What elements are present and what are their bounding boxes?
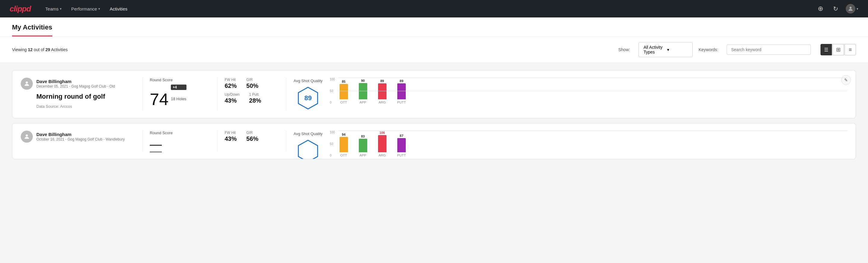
nav-performance-label: Performance [71, 6, 97, 11]
hexagon-2 [296, 139, 320, 159]
user-avatar-button[interactable]: ▾ [846, 4, 858, 13]
count-12: 12 [28, 47, 33, 52]
add-icon: ⊕ [818, 5, 823, 12]
logo: clippd [10, 4, 31, 13]
y-label-0: 0 [330, 101, 335, 104]
bar-value-arg: 89 [380, 79, 384, 83]
navbar: clippd Teams ▾ Performance ▾ Activities … [0, 0, 868, 18]
card-divider-3 [286, 78, 286, 111]
bar-value-arg-2: 106 [379, 131, 385, 135]
score-value: 74 [150, 91, 168, 108]
round-score-label: Round Score [150, 78, 210, 82]
round-score-label-2: Round Score [150, 130, 210, 135]
user-date-2: October 16, 2021 - Gog Magog Golf Club -… [36, 137, 125, 141]
shot-quality-left: Avg Shot Quality 89 [293, 79, 323, 110]
bar-value-putt-2: 87 [400, 134, 403, 138]
nav-activities[interactable]: Activities [110, 4, 127, 14]
user-chevron-icon: ▾ [857, 7, 858, 11]
gir-value-2: 56% [246, 136, 258, 142]
hexagon: 89 [296, 86, 320, 110]
refresh-icon: ↻ [833, 5, 838, 12]
bar-chart-container: 100 50 0 85 OTT [330, 78, 847, 111]
bar-label-putt: PUTT [397, 100, 406, 104]
oneputt-stat: 1 Putt 28% [249, 92, 261, 104]
page-title: My Activities [12, 18, 52, 36]
keyword-search-input[interactable] [726, 45, 811, 55]
activity-type-value: All Activity Types [644, 45, 664, 55]
user-name: Dave Billingham [36, 79, 115, 84]
avatar [846, 4, 856, 13]
user-avatar-2 [21, 130, 33, 143]
svg-point-3 [26, 135, 28, 137]
svg-point-0 [850, 7, 852, 9]
fw-hit-stat-2: FW Hit 43% [225, 130, 237, 142]
bar-arg-2 [378, 135, 386, 152]
bar-app [359, 83, 367, 99]
user-info-2: Dave Billingham October 16, 2021 - Gog M… [36, 132, 125, 141]
add-button[interactable]: ⊕ [816, 4, 825, 13]
bar-chart-2: 100 50 0 94 OTT 83 [330, 130, 847, 159]
nav-activities-label: Activities [110, 6, 127, 11]
refresh-button[interactable]: ↻ [831, 4, 840, 13]
fw-hit-value-2: 43% [225, 136, 237, 142]
compact-view-button[interactable]: ≡ [844, 44, 856, 55]
nav-performance[interactable]: Performance ▾ [71, 4, 100, 14]
round-score-section-2: Round Score — [150, 130, 210, 152]
stats-row-3: FW Hit 43% GIR 56% [225, 130, 279, 142]
page-header: My Activities [0, 18, 868, 37]
list-view-button[interactable]: ☰ [820, 44, 832, 55]
bar-value-app-2: 83 [361, 135, 365, 138]
fw-hit-label-2: FW Hit [225, 130, 237, 135]
viewing-count-text: Viewing 12 out of 29 Activities [12, 47, 68, 52]
activity-type-chevron-icon: ▾ [667, 47, 687, 52]
score-holes: 18 Holes [171, 96, 186, 101]
gir-label: GIR [246, 78, 258, 82]
score-partial: — [150, 138, 210, 152]
bar-putt [397, 83, 406, 99]
y2-label-100: 100 [330, 130, 335, 134]
bar-value-ott: 85 [342, 80, 345, 83]
data-source: Data Source: Arccos [21, 104, 135, 109]
activities-list: ✎ Dave Billingham December 05, 2021 - Go… [0, 63, 868, 167]
filter-bar: Viewing 12 out of 29 Activities Show: Al… [0, 37, 868, 63]
oneputt-value: 28% [249, 97, 261, 104]
user-avatar [21, 78, 33, 90]
bar-group-putt-2: 87 PUTT [397, 134, 406, 157]
card-left-section: Dave Billingham December 05, 2021 - Gog … [21, 78, 135, 109]
avg-shot-quality-label: Avg Shot Quality [293, 79, 323, 83]
gir-stat-2: GIR 56% [246, 130, 258, 142]
fw-hit-label: FW Hit [225, 78, 237, 82]
activity-type-dropdown[interactable]: All Activity Types ▾ [639, 42, 693, 57]
round-score-section: Round Score 74 +4 18 Holes [150, 78, 210, 108]
bar-label-ott-2: OTT [340, 153, 347, 157]
bar-chart: 100 50 0 85 OTT [330, 78, 847, 111]
fw-hit-value: 62% [225, 83, 237, 89]
compact-view-icon: ≡ [849, 47, 852, 53]
bar-value-putt: 89 [400, 79, 403, 83]
score-dash: — [150, 138, 162, 152]
bar-label-app: APP [360, 100, 366, 104]
nav-teams[interactable]: Teams ▾ [45, 4, 62, 14]
bar-label-ott: OTT [340, 100, 347, 104]
show-label: Show: [618, 47, 630, 52]
bar-label-arg: ARG [379, 100, 386, 104]
avg-shot-quality-label-2: Avg Shot Quality [293, 132, 323, 136]
user-name-2: Dave Billingham [36, 132, 125, 137]
oneputt-label: 1 Putt [249, 92, 261, 96]
stats-section: FW Hit 62% GIR 50% Up/Down 43% 1 Putt 28… [225, 78, 279, 104]
y-label-50: 50 [330, 89, 335, 93]
bar-label-putt-2: PUTT [397, 153, 406, 157]
hexagon-container-2 [293, 139, 323, 159]
user-row: Dave Billingham December 05, 2021 - Gog … [21, 78, 135, 90]
gir-label-2: GIR [246, 130, 258, 135]
bar-chart-container-2: 100 50 0 94 OTT 83 [330, 130, 847, 159]
count-29: 29 [45, 47, 50, 52]
score-main: 74 +4 18 Holes [150, 85, 210, 108]
activity-title: Morning round of golf [21, 93, 135, 100]
teams-chevron-icon: ▾ [60, 7, 62, 11]
bar-ott [340, 84, 348, 99]
fw-hit-stat: FW Hit 62% [225, 78, 237, 89]
grid-view-button[interactable]: ⊞ [833, 44, 844, 55]
updown-stat: Up/Down 43% [225, 92, 239, 104]
card-divider-6 [286, 130, 286, 152]
